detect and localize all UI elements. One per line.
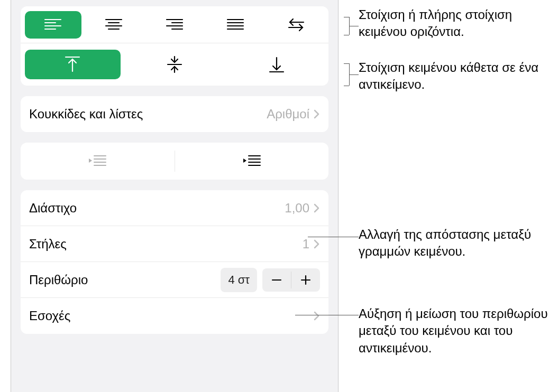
- indents-label: Εσοχές: [29, 309, 314, 323]
- indent-row: [21, 143, 328, 180]
- outdent-icon: [88, 154, 107, 169]
- margin-row: Περιθώριο 4 στ: [21, 262, 328, 298]
- align-justify-icon: [226, 18, 244, 32]
- margin-value[interactable]: 4 στ: [221, 268, 257, 292]
- svg-marker-29: [89, 158, 92, 163]
- align-center-button[interactable]: [86, 11, 142, 39]
- margin-label: Περιθώριο: [29, 273, 221, 287]
- valign-top-button[interactable]: [25, 50, 121, 79]
- valign-bottom-icon: [269, 55, 285, 73]
- chevron-right-icon: [314, 109, 320, 119]
- align-justify-button[interactable]: [207, 11, 263, 39]
- plus-icon: [300, 274, 312, 286]
- align-left-button[interactable]: [25, 11, 81, 39]
- minus-icon: [271, 274, 282, 286]
- spacing-section: Διάστιχο 1,00 Στήλες 1 Περιθώριο 4 στ: [21, 190, 328, 334]
- callout-margin: Αύξηση ή μείωση του περιθωρίου μεταξύ το…: [359, 305, 558, 357]
- callout-linespacing: Αλλαγή της απόστασης μεταξύ γραμμών κειμ…: [359, 226, 558, 260]
- margin-increase-button[interactable]: [291, 268, 320, 292]
- callout-halign: Στοίχιση ή πλήρης στοίχιση κειμένου οριζ…: [359, 6, 558, 41]
- indent-button[interactable]: [175, 154, 329, 169]
- margin-stepper: [262, 268, 320, 292]
- bullets-section: Κουκκίδες και λίστες Αριθμοί: [21, 96, 328, 132]
- bullets-value: Αριθμοί: [267, 107, 309, 122]
- text-direction-button[interactable]: [268, 11, 324, 39]
- line-spacing-row[interactable]: Διάστιχο 1,00: [21, 190, 328, 226]
- format-panel: Κουκκίδες και λίστες Αριθμοί: [11, 0, 339, 392]
- align-center-icon: [105, 18, 123, 32]
- chevron-right-icon: [314, 203, 320, 213]
- valign-middle-icon: [167, 55, 182, 73]
- columns-value: 1: [303, 237, 309, 251]
- indents-row[interactable]: Εσοχές: [21, 298, 328, 334]
- align-right-button[interactable]: [147, 11, 203, 39]
- valign-top-icon: [65, 55, 80, 73]
- columns-row[interactable]: Στήλες 1: [21, 226, 328, 262]
- align-right-icon: [166, 18, 184, 32]
- align-left-icon: [44, 18, 62, 32]
- chevron-right-icon: [314, 311, 320, 321]
- alignment-section: [21, 6, 328, 86]
- line-spacing-value: 1,00: [285, 201, 309, 216]
- text-direction-icon: [287, 18, 306, 32]
- indent-icon: [242, 154, 261, 169]
- chevron-right-icon: [314, 239, 320, 249]
- bullets-row[interactable]: Κουκκίδες και λίστες Αριθμοί: [21, 96, 328, 132]
- outdent-button[interactable]: [21, 154, 175, 169]
- callout-valign: Στοίχιση κειμένου κάθετα σε ένα αντικείμ…: [359, 59, 558, 94]
- bullets-label: Κουκκίδες και λίστες: [29, 107, 267, 122]
- line-spacing-label: Διάστιχο: [29, 201, 285, 216]
- vertical-align-row: [21, 43, 328, 86]
- indent-section: [21, 143, 328, 180]
- svg-marker-34: [243, 158, 246, 163]
- columns-label: Στήλες: [29, 237, 303, 251]
- horizontal-align-row: [21, 6, 328, 43]
- valign-bottom-button[interactable]: [228, 50, 324, 79]
- valign-middle-button[interactable]: [127, 50, 223, 79]
- margin-decrease-button[interactable]: [262, 268, 291, 292]
